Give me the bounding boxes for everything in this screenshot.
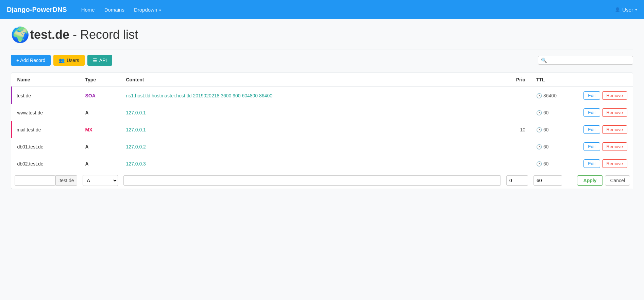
new-record-actions-cell: Apply Cancel: [565, 172, 633, 189]
api-icon: ☰: [93, 58, 97, 63]
edit-button[interactable]: Edit: [583, 142, 600, 151]
col-header-content: Content: [121, 73, 504, 87]
apply-button[interactable]: Apply: [577, 175, 603, 186]
clock-icon: 🕐: [536, 93, 542, 98]
cancel-button[interactable]: Cancel: [605, 175, 630, 186]
remove-button[interactable]: Remove: [602, 159, 627, 168]
navbar-user[interactable]: 👤 User ▾: [615, 7, 637, 13]
new-record-prio-cell: 0: [504, 172, 531, 189]
record-actions: Edit Remove: [565, 121, 633, 138]
record-content: ns1.host.tld hostmaster.host.tld 2019020…: [121, 87, 504, 104]
dropdown-arrow-icon: ▾: [159, 8, 161, 12]
col-header-actions: [565, 73, 633, 87]
new-record-content-cell: [121, 172, 504, 189]
record-type: A: [80, 138, 121, 155]
record-prio: [504, 87, 531, 104]
navbar-nav: Home Domains Dropdown ▾: [77, 4, 615, 15]
add-record-button[interactable]: + Add Record: [11, 55, 51, 66]
remove-button[interactable]: Remove: [602, 108, 627, 117]
record-ttl: 🕐 60: [531, 155, 565, 172]
record-actions: Edit Remove: [565, 87, 633, 104]
new-record-name-input[interactable]: [15, 175, 55, 186]
nav-link-domains[interactable]: Domains: [100, 4, 129, 15]
record-actions: Edit Remove: [565, 155, 633, 172]
record-ttl: 🕐 60: [531, 121, 565, 138]
record-content: 127.0.0.2: [121, 138, 504, 155]
new-record-ttl-cell: 60: [531, 172, 565, 189]
remove-button[interactable]: Remove: [602, 91, 627, 100]
domain-suffix-label: .test.de: [55, 175, 77, 186]
record-name: db02.test.de: [12, 155, 80, 172]
nav-link-dropdown[interactable]: Dropdown ▾: [130, 4, 166, 15]
record-type: MX: [80, 121, 121, 138]
new-record-content-input[interactable]: [123, 175, 501, 186]
record-ttl: 🕐 86400: [531, 87, 565, 104]
new-record-ttl-input[interactable]: 60: [533, 175, 562, 186]
new-record-name-cell: .test.de: [12, 172, 80, 189]
clock-icon: 🕐: [536, 144, 542, 149]
page-title-container: 🌍 test.de - Record list: [11, 27, 633, 42]
record-prio: [504, 155, 531, 172]
record-prio: 10: [504, 121, 531, 138]
record-content: 127.0.0.1: [121, 121, 504, 138]
record-actions: Edit Remove: [565, 104, 633, 121]
search-icon: 🔍: [541, 58, 547, 63]
table-row: mail.test.de MX 127.0.0.1 10 🕐 60 Edit R…: [12, 121, 633, 138]
records-table: Name Type Content Prio TTL test.de SOA n…: [11, 73, 633, 189]
record-actions: Edit Remove: [565, 138, 633, 155]
table-head: Name Type Content Prio TTL: [12, 73, 633, 87]
edit-button[interactable]: Edit: [583, 108, 600, 117]
record-type: SOA: [80, 87, 121, 104]
record-content: 127.0.0.1: [121, 104, 504, 121]
globe-icon: 🌍: [11, 27, 26, 42]
record-name: www.test.de: [12, 104, 80, 121]
table-row: db01.test.de A 127.0.0.2 🕐 60 Edit Remov: [12, 138, 633, 155]
record-name: test.de: [12, 87, 80, 104]
col-header-type: Type: [80, 73, 121, 87]
col-header-name: Name: [12, 73, 80, 87]
page-content: 🌍 test.de - Record list + Add Record 👥 U…: [0, 19, 644, 300]
record-prio: [504, 104, 531, 121]
table-row: www.test.de A 127.0.0.1 🕐 60 Edit Remove: [12, 104, 633, 121]
new-record-name-wrapper: .test.de: [15, 175, 77, 186]
navbar: Django-PowerDNS Home Domains Dropdown ▾ …: [0, 0, 644, 19]
page-title: test.de - Record list: [30, 28, 138, 42]
new-record-type-select[interactable]: A AAAA CNAME MX NS SOA TXT SRV: [83, 175, 118, 186]
api-button[interactable]: ☰ API: [87, 55, 113, 66]
record-type: A: [80, 155, 121, 172]
navbar-brand[interactable]: Django-PowerDNS: [7, 6, 67, 14]
record-type: A: [80, 104, 121, 121]
toolbar: + Add Record 👥 Users ☰ API 🔍: [11, 55, 633, 66]
clock-icon: 🕐: [536, 110, 542, 115]
record-content: 127.0.0.3: [121, 155, 504, 172]
table-body: test.de SOA ns1.host.tld hostmaster.host…: [12, 87, 633, 189]
new-record-prio-input[interactable]: 0: [506, 175, 528, 186]
table-row: db02.test.de A 127.0.0.3 🕐 60 Edit Remov: [12, 155, 633, 172]
table-row: test.de SOA ns1.host.tld hostmaster.host…: [12, 87, 633, 104]
record-prio: [504, 138, 531, 155]
clock-icon: 🕐: [536, 127, 542, 132]
edit-button[interactable]: Edit: [583, 125, 600, 134]
remove-button[interactable]: Remove: [602, 142, 627, 151]
record-ttl: 🕐 60: [531, 104, 565, 121]
new-record-row: .test.de A AAAA CNAME MX NS SOA TXT SRV: [12, 172, 633, 189]
search-wrapper: 🔍: [538, 56, 633, 65]
user-icon: 👤: [615, 7, 620, 12]
col-header-prio: Prio: [504, 73, 531, 87]
records-table-container: Name Type Content Prio TTL test.de SOA n…: [11, 73, 633, 189]
edit-button[interactable]: Edit: [583, 91, 600, 100]
remove-button[interactable]: Remove: [602, 125, 627, 134]
col-header-ttl: TTL: [531, 73, 565, 87]
new-record-type-cell: A AAAA CNAME MX NS SOA TXT SRV: [80, 172, 121, 189]
edit-button[interactable]: Edit: [583, 159, 600, 168]
users-button[interactable]: 👥 Users: [53, 55, 85, 66]
users-icon: 👥: [59, 58, 65, 63]
record-name: mail.test.de: [12, 121, 80, 138]
record-name: db01.test.de: [12, 138, 80, 155]
user-label: User: [622, 7, 633, 13]
search-input[interactable]: [549, 58, 630, 63]
record-ttl: 🕐 60: [531, 138, 565, 155]
user-dropdown-arrow-icon: ▾: [635, 7, 637, 12]
nav-link-home[interactable]: Home: [77, 4, 99, 15]
clock-icon: 🕐: [536, 161, 542, 167]
